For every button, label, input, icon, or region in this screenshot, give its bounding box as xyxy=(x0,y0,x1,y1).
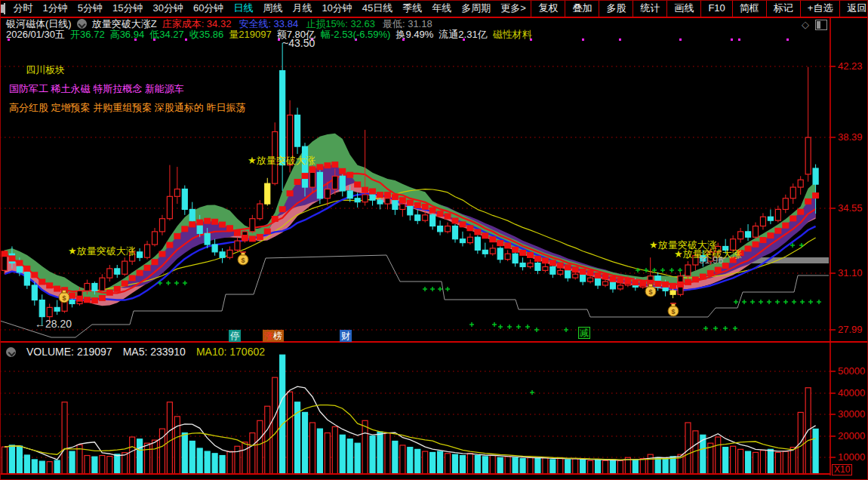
volume-bar xyxy=(167,402,172,474)
month-separator-dot xyxy=(619,38,621,41)
menu-item-60分钟[interactable]: 60分钟 xyxy=(188,2,228,15)
signal-square xyxy=(700,274,706,280)
signal-square xyxy=(226,225,233,231)
signal-square xyxy=(542,257,549,263)
signal-square xyxy=(8,255,15,261)
candle-body xyxy=(423,215,428,220)
signal-square xyxy=(324,162,331,168)
menu-item-分时[interactable]: 分时 xyxy=(8,2,38,15)
signal-square xyxy=(774,228,781,234)
period-menu: 分时1分钟5分钟15分钟30分钟60分钟日线周线月线10分钟45日线季线年线多周… xyxy=(8,2,531,15)
signal-square xyxy=(482,232,488,238)
volume-bar xyxy=(783,451,788,474)
menu-item-多周期[interactable]: 多周期 xyxy=(457,2,496,15)
candle-body xyxy=(85,284,90,291)
volume-multiplier-badge: X10 xyxy=(832,464,852,475)
pane-split-icon[interactable] xyxy=(815,20,827,30)
menu-item-1分钟[interactable]: 1分钟 xyxy=(38,2,72,15)
toolbar-button-返回[interactable]: 返回 xyxy=(839,0,868,17)
candle-body xyxy=(603,282,608,285)
volume-bar xyxy=(670,457,676,474)
volume-bar xyxy=(257,420,263,474)
signal-square xyxy=(2,251,8,257)
diamond-icon[interactable]: ◇ xyxy=(802,19,809,30)
menu-item-日线[interactable]: 日线 xyxy=(229,2,258,15)
signal-square xyxy=(242,235,248,241)
signal-square xyxy=(504,242,511,248)
volume-bar xyxy=(497,457,503,474)
signal-square xyxy=(767,232,774,238)
menu-item-更多>[interactable]: 更多> xyxy=(496,2,531,15)
event-marker-财[interactable]: 财 xyxy=(340,330,352,342)
menu-item-10分钟[interactable]: 10分钟 xyxy=(317,2,357,15)
candle-body xyxy=(212,245,217,252)
chevron-down-icon[interactable] xyxy=(6,347,16,357)
volume-bar xyxy=(535,459,540,474)
volume-bar xyxy=(408,448,413,474)
volume-bar xyxy=(69,451,75,474)
volume-bar xyxy=(303,412,308,474)
volume-bar xyxy=(482,457,488,474)
candle-body xyxy=(580,274,586,282)
candle-body xyxy=(257,204,263,219)
volume-bar xyxy=(309,423,315,474)
window-split-icon[interactable] xyxy=(4,3,5,14)
candle-body xyxy=(738,232,743,239)
menu-item-15分钟[interactable]: 15分钟 xyxy=(107,2,147,15)
signal-square xyxy=(31,272,38,278)
signal-square xyxy=(662,282,669,288)
toolbar-button-画线[interactable]: 画线 xyxy=(666,0,700,17)
event-marker-停[interactable]: 停 xyxy=(229,330,241,342)
candle-body xyxy=(783,198,788,210)
candle-body xyxy=(565,270,571,278)
menu-item-年线[interactable]: 年线 xyxy=(427,2,457,15)
volume-bar xyxy=(2,447,8,474)
signal-square xyxy=(452,217,459,223)
candle-body xyxy=(220,252,225,257)
main-chart-canvas[interactable]: $$$$ xyxy=(0,0,868,480)
candle-body xyxy=(430,215,436,226)
volume-bar xyxy=(32,460,37,474)
month-separator-dot xyxy=(731,38,733,41)
volume-bar xyxy=(543,457,548,474)
menu-item-45日线[interactable]: 45日线 xyxy=(357,2,397,15)
volume-bar xyxy=(753,452,759,474)
volume-bar xyxy=(272,377,278,474)
toolbar-button-简框[interactable]: 简框 xyxy=(732,0,766,17)
volume-bar xyxy=(92,457,97,474)
menu-item-月线[interactable]: 月线 xyxy=(288,2,317,15)
signal-square xyxy=(114,286,121,292)
volume-bar xyxy=(332,426,337,474)
candle-body xyxy=(685,265,691,276)
toolbar-button-多股[interactable]: 多股 xyxy=(599,0,633,17)
toolbar-button-复权[interactable]: 复权 xyxy=(531,0,565,17)
volume-axis-label: 50000 xyxy=(838,366,865,376)
toolbar-button-统计[interactable]: 统计 xyxy=(633,0,666,17)
volume-bar xyxy=(453,454,458,474)
candle-body xyxy=(798,180,803,187)
signal-square xyxy=(152,259,159,265)
toolbar-button-F10[interactable]: F10 xyxy=(700,0,731,17)
candle-body xyxy=(550,266,556,274)
volume-bar xyxy=(445,454,451,474)
toolbar-button-叠加[interactable]: 叠加 xyxy=(565,0,599,17)
signal-square xyxy=(369,188,376,194)
toolbar-button-标记[interactable]: 标记 xyxy=(766,0,800,17)
event-marker-减[interactable]: 减 xyxy=(578,327,590,339)
menu-item-30分钟[interactable]: 30分钟 xyxy=(148,2,188,15)
candle-body xyxy=(596,278,601,285)
menu-item-5分钟[interactable]: 5分钟 xyxy=(72,2,107,15)
candle-body xyxy=(670,291,676,294)
event-marker-涨榜[interactable]: 涨榜 xyxy=(263,330,284,342)
volume-bar xyxy=(573,459,578,474)
volume-bar xyxy=(130,437,135,474)
toolbar-button-+自选[interactable]: +自选 xyxy=(800,0,840,17)
candle-body xyxy=(189,209,195,220)
menu-item-周线[interactable]: 周线 xyxy=(258,2,288,15)
signal-square xyxy=(474,229,481,235)
signal-square xyxy=(23,266,30,272)
candle-body xyxy=(309,172,315,187)
menu-item-季线[interactable]: 季线 xyxy=(398,2,427,15)
volume-bar xyxy=(325,433,330,474)
signal-square xyxy=(99,295,106,301)
